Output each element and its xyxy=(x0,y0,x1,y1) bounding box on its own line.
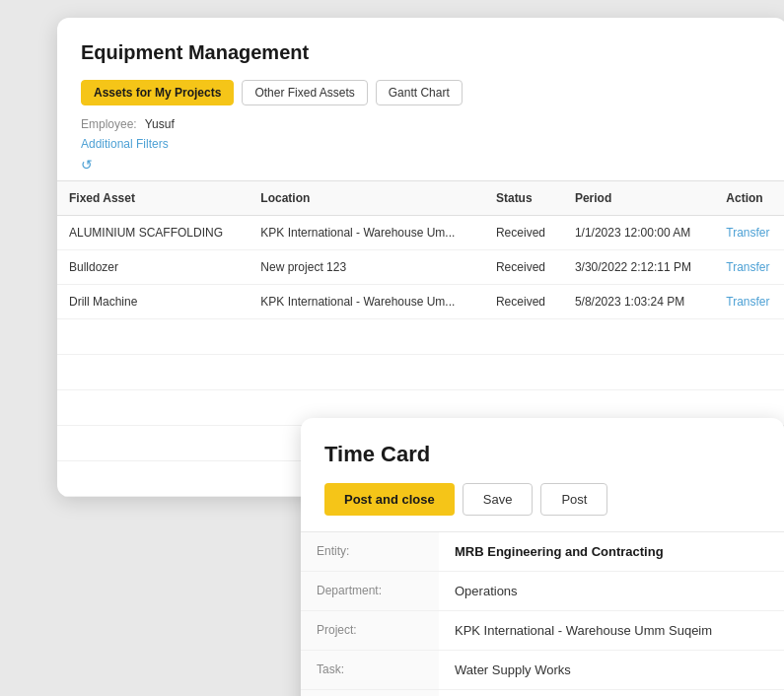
document-basis-value xyxy=(439,690,784,696)
table-row: ALUMINIUM SCAFFOLDING KPK International … xyxy=(57,216,784,250)
project-row: Project: KPK International - Warehouse U… xyxy=(301,611,784,651)
timecard-details: Entity: MRB Engineering and Contracting … xyxy=(301,531,784,696)
task-value: Water Supply Works xyxy=(439,651,784,689)
cell-action: Transfer xyxy=(714,250,784,285)
project-label: Project: xyxy=(301,611,439,650)
cell-action: Transfer xyxy=(714,216,784,250)
department-row: Department: Operations xyxy=(301,572,784,611)
timecard-title: Time Card xyxy=(301,442,784,483)
col-period: Period xyxy=(563,181,714,216)
task-label: Task: xyxy=(301,651,439,689)
tab-other-fixed-assets[interactable]: Other Fixed Assets xyxy=(242,80,367,105)
tab-assets-my-projects[interactable]: Assets for My Projects xyxy=(81,80,234,105)
department-label: Department: xyxy=(301,572,439,610)
transfer-link-2[interactable]: Transfer xyxy=(726,295,769,309)
cell-location: New project 123 xyxy=(249,250,484,285)
save-button[interactable]: Save xyxy=(463,483,534,516)
tab-gantt-chart[interactable]: Gantt Chart xyxy=(376,80,463,105)
table-row xyxy=(57,355,784,390)
cell-fixed-asset: Bulldozer xyxy=(57,250,249,285)
cell-location: KPK International - Warehouse Um... xyxy=(249,216,484,250)
cell-period: 3/30/2022 2:12:11 PM xyxy=(563,250,714,285)
filter-row: Employee: Yusuf xyxy=(57,117,784,135)
project-value: KPK International - Warehouse Umm Suqeim xyxy=(439,611,784,650)
post-close-button[interactable]: Post and close xyxy=(324,483,455,516)
col-fixed-asset: Fixed Asset xyxy=(57,181,249,216)
cell-fixed-asset: Drill Machine xyxy=(57,285,249,319)
refresh-icon[interactable]: ↺ xyxy=(57,155,784,180)
department-value: Operations xyxy=(439,572,784,610)
document-basis-label: Document Basis: xyxy=(301,690,439,696)
table-row: Drill Machine KPK International - Wareho… xyxy=(57,285,784,319)
employee-value: Yusuf xyxy=(145,117,175,131)
table-row xyxy=(57,319,784,355)
timecard-card: Time Card Post and close Save Post Entit… xyxy=(301,418,784,696)
timecard-actions: Post and close Save Post xyxy=(301,483,784,531)
table-row: Bulldozer New project 123 Received 3/30/… xyxy=(57,250,784,285)
entity-row: Entity: MRB Engineering and Contracting xyxy=(301,532,784,572)
cell-action: Transfer xyxy=(714,285,784,319)
tabs-row: Assets for My Projects Other Fixed Asset… xyxy=(57,80,784,117)
entity-value: MRB Engineering and Contracting xyxy=(439,532,784,571)
entity-label: Entity: xyxy=(301,532,439,571)
cell-location: KPK International - Warehouse Um... xyxy=(249,285,484,319)
cell-period: 1/1/2023 12:00:00 AM xyxy=(563,216,714,250)
cell-period: 5/8/2023 1:03:24 PM xyxy=(563,285,714,319)
cell-status: Received xyxy=(484,285,563,319)
equipment-title: Equipment Management xyxy=(57,41,784,80)
col-location: Location xyxy=(249,181,484,216)
post-button[interactable]: Post xyxy=(540,483,607,516)
additional-filters-link[interactable]: Additional Filters xyxy=(57,135,784,155)
cell-status: Received xyxy=(484,250,563,285)
employee-label: Employee: xyxy=(81,117,137,131)
cell-status: Received xyxy=(484,216,563,250)
task-row: Task: Water Supply Works xyxy=(301,651,784,690)
transfer-link-0[interactable]: Transfer xyxy=(726,226,769,240)
table-header-row: Fixed Asset Location Status Period Actio… xyxy=(57,181,784,216)
cell-fixed-asset: ALUMINIUM SCAFFOLDING xyxy=(57,216,249,250)
col-status: Status xyxy=(484,181,563,216)
col-action: Action xyxy=(714,181,784,216)
document-basis-row: Document Basis: xyxy=(301,690,784,696)
transfer-link-1[interactable]: Transfer xyxy=(726,260,769,274)
